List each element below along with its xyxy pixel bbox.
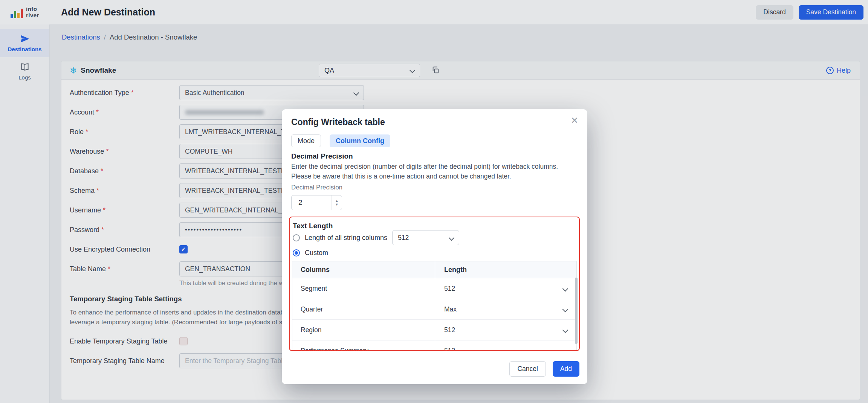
chevron-down-icon bbox=[562, 327, 568, 333]
length-all-columns-label: Length of all string columns bbox=[305, 234, 387, 242]
stepper-down-icon[interactable]: ▼ bbox=[335, 203, 339, 206]
custom-label: Custom bbox=[305, 249, 328, 257]
column-name: Performance Summary bbox=[292, 340, 435, 351]
length-all-columns-row: Length of all string columns 512 bbox=[293, 230, 579, 245]
custom-radio[interactable] bbox=[293, 249, 300, 256]
decimal-precision-heading: Decimal Precision bbox=[291, 152, 353, 160]
decimal-precision-stepper[interactable]: ▲ ▼ bbox=[332, 195, 342, 210]
decimal-precision-input-label: Decimal Precision bbox=[291, 184, 342, 191]
text-length-heading: Text Length bbox=[293, 222, 579, 230]
modal-actions: Cancel Add bbox=[509, 361, 579, 377]
chevron-down-icon bbox=[562, 285, 568, 292]
custom-row: Custom bbox=[293, 245, 579, 260]
chevron-down-icon bbox=[562, 306, 568, 312]
chevron-down-icon bbox=[449, 235, 455, 241]
length-all-columns-radio[interactable] bbox=[293, 234, 300, 241]
table-scrollbar[interactable] bbox=[575, 278, 578, 344]
table-header-row: Columns Length bbox=[292, 261, 576, 278]
modal-title: Config Writeback table bbox=[291, 117, 385, 127]
modal-tabs: Mode Column Config bbox=[291, 134, 390, 147]
length-select-quarter[interactable]: Max bbox=[435, 299, 576, 319]
length-select-performance-summary[interactable]: 512 bbox=[435, 340, 576, 351]
length-select-segment[interactable]: 512 bbox=[435, 278, 576, 299]
column-name: Region bbox=[292, 320, 435, 340]
table-row: Performance Summary 512 bbox=[292, 340, 576, 351]
close-icon[interactable]: ✕ bbox=[571, 116, 578, 125]
text-length-section: Text Length Length of all string columns… bbox=[289, 217, 580, 351]
chevron-down-icon bbox=[562, 348, 568, 351]
column-name: Quarter bbox=[292, 299, 435, 319]
table-row: Region 512 bbox=[292, 320, 576, 340]
length-all-columns-select[interactable]: 512 bbox=[392, 230, 459, 245]
stepper-up-icon[interactable]: ▲ bbox=[335, 199, 339, 203]
column-config-table: Columns Length Segment 512 Quarter Max R… bbox=[292, 261, 577, 351]
tab-column-config[interactable]: Column Config bbox=[330, 134, 390, 147]
length-select-region[interactable]: 512 bbox=[435, 320, 576, 340]
decimal-precision-input[interactable]: 2 ▲ ▼ bbox=[291, 195, 342, 210]
config-writeback-modal: Config Writeback table ✕ Mode Column Con… bbox=[282, 109, 587, 384]
table-row: Quarter Max bbox=[292, 299, 576, 320]
columns-header: Columns bbox=[292, 261, 435, 278]
tab-mode[interactable]: Mode bbox=[291, 134, 321, 147]
add-button[interactable]: Add bbox=[553, 361, 579, 377]
column-name: Segment bbox=[292, 278, 435, 299]
decimal-precision-description: Enter the decimal precision (number of d… bbox=[291, 162, 578, 182]
length-header: Length bbox=[435, 261, 576, 278]
cancel-button[interactable]: Cancel bbox=[509, 361, 546, 377]
table-row: Segment 512 bbox=[292, 278, 576, 299]
